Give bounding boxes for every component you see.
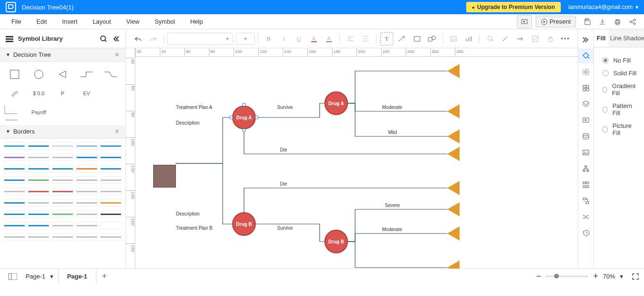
menu-file[interactable]: File (4, 16, 29, 27)
fill-option-gradient[interactable]: Gradient Fill (602, 80, 637, 99)
zoom-out-button[interactable]: − (536, 271, 541, 281)
shape-blank[interactable] (98, 85, 122, 101)
border-sample[interactable] (52, 233, 73, 241)
more-button[interactable]: ••• (559, 32, 572, 45)
section-decision-tree[interactable]: ▼ Decision Tree ✕ (0, 48, 125, 62)
shape-p[interactable]: P (51, 85, 75, 101)
node-drug-a-child[interactable]: Drug A (324, 91, 348, 115)
border-sample[interactable] (100, 233, 122, 241)
border-sample[interactable] (28, 153, 49, 161)
border-sample[interactable] (28, 222, 49, 229)
close-icon[interactable]: ✕ (114, 128, 120, 135)
shape-desc[interactable]: Description (3, 104, 27, 120)
checkbox-button[interactable] (529, 32, 542, 45)
shape-circle[interactable] (27, 66, 51, 82)
tab-fill[interactable]: Fill (594, 29, 609, 47)
fullscreen-icon[interactable] (632, 273, 639, 280)
border-sample[interactable] (52, 222, 73, 229)
tab-shadow[interactable]: Shadow (623, 29, 644, 47)
border-sample[interactable] (100, 176, 122, 184)
tab-line[interactable]: Line (609, 29, 623, 47)
underline-button[interactable]: U (292, 32, 305, 45)
search-icon[interactable] (100, 35, 107, 43)
border-sample[interactable] (52, 142, 73, 150)
menu-layout[interactable]: Layout (85, 16, 119, 27)
border-sample[interactable] (76, 165, 97, 172)
border-sample[interactable] (52, 210, 73, 218)
shape-ev[interactable]: EV (75, 85, 99, 101)
settings-icon[interactable] (578, 64, 593, 80)
border-sample[interactable] (28, 188, 49, 195)
italic-button[interactable]: I (277, 32, 290, 45)
font-color-button[interactable]: A (307, 32, 321, 45)
image-button[interactable] (447, 32, 460, 45)
close-icon[interactable]: ✕ (114, 51, 120, 58)
border-sample[interactable] (76, 210, 97, 218)
border-sample[interactable] (28, 199, 49, 206)
border-sample[interactable] (4, 165, 25, 172)
border-sample[interactable] (76, 222, 97, 229)
border-sample[interactable] (52, 153, 73, 161)
node-drug-b-child[interactable]: Drug B (324, 230, 348, 253)
page-tab[interactable]: Page-1 (58, 269, 96, 284)
org-icon[interactable] (578, 177, 593, 192)
align-v-button[interactable] (359, 32, 372, 45)
selection-handle[interactable] (230, 116, 233, 119)
shape-lines[interactable] (3, 85, 27, 101)
account-menu[interactable]: iammurtaza4@gmail.com ▾ (568, 4, 638, 10)
print-button[interactable] (610, 15, 625, 28)
fill-panel-icon[interactable] (578, 48, 593, 63)
download-button[interactable] (595, 15, 610, 28)
border-sample[interactable] (28, 165, 49, 172)
slideshow-button[interactable] (517, 15, 532, 28)
image-icon[interactable] (578, 145, 593, 160)
line-style-button[interactable] (513, 32, 527, 45)
shapes-button[interactable] (426, 32, 439, 45)
fill-color-button[interactable] (483, 32, 496, 45)
menu-help[interactable]: Help (183, 16, 210, 27)
zoom-in-button[interactable]: + (593, 271, 598, 281)
shape-triangle[interactable] (51, 66, 75, 82)
shape-zigzag[interactable] (98, 66, 122, 82)
border-sample[interactable] (52, 188, 73, 195)
shape-dollar[interactable]: $ 0.0 (27, 85, 51, 101)
outcome-node[interactable] (447, 129, 460, 144)
border-sample[interactable] (100, 199, 122, 206)
canvas-stage[interactable]: 406080100120140160180 304060801001201401… (126, 48, 578, 269)
highlight-button[interactable]: A (322, 32, 336, 45)
node-drug-b[interactable]: Drug B (232, 212, 256, 236)
border-sample[interactable] (76, 142, 97, 150)
data-icon[interactable] (578, 129, 593, 144)
node-drug-a[interactable]: Drug A (232, 106, 256, 129)
border-sample[interactable] (76, 176, 97, 184)
fill-option-nofill[interactable]: No Fill (602, 54, 637, 67)
expand-panel-icon[interactable] (578, 32, 593, 47)
fill-option-picture[interactable]: Picture Fill (602, 119, 637, 139)
border-sample[interactable] (4, 188, 25, 195)
border-sample[interactable] (4, 153, 25, 161)
present-icon[interactable] (578, 113, 593, 128)
menu-edit[interactable]: Edit (29, 16, 54, 27)
outcome-node[interactable] (447, 260, 460, 269)
border-sample[interactable] (28, 142, 49, 150)
border-sample[interactable] (28, 176, 49, 184)
border-sample[interactable] (76, 199, 97, 206)
save-button[interactable] (580, 15, 595, 28)
zoom-slider[interactable] (546, 276, 588, 277)
sitemap-icon[interactable] (578, 161, 593, 176)
border-sample[interactable] (52, 165, 73, 172)
border-sample[interactable] (100, 188, 122, 195)
collapse-panel-icon[interactable] (112, 35, 120, 43)
border-sample[interactable] (4, 210, 25, 218)
menu-insert[interactable]: Insert (54, 16, 85, 27)
border-sample[interactable] (4, 142, 25, 150)
font-family-select[interactable]: ▾ (167, 33, 233, 45)
border-sample[interactable] (52, 176, 73, 184)
border-sample[interactable] (52, 199, 73, 206)
text-tool-button[interactable]: T (380, 32, 393, 45)
border-sample[interactable] (4, 199, 25, 206)
border-sample[interactable] (4, 222, 25, 229)
menu-symbol[interactable]: Symbol (147, 16, 183, 27)
border-sample[interactable] (4, 233, 25, 241)
shape-payoff[interactable]: Payoff (27, 104, 51, 120)
